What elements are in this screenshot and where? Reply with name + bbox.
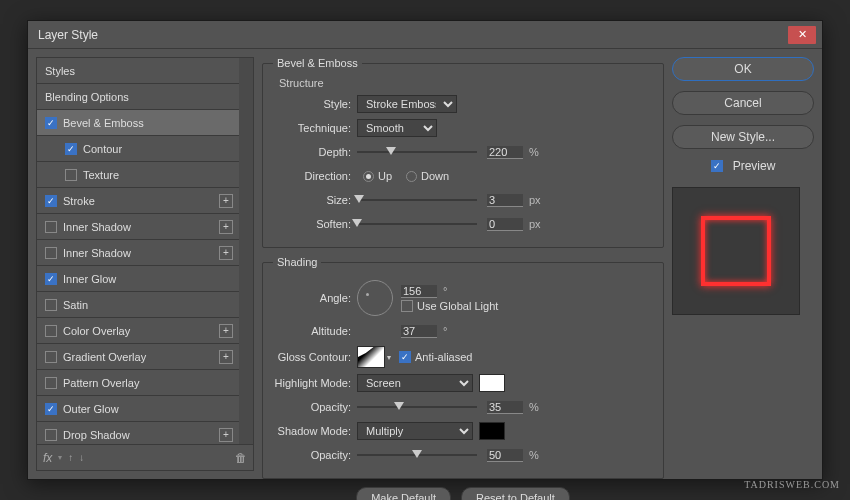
angle-label: Angle:	[273, 292, 357, 304]
style-row-contour[interactable]: ✓Contour	[37, 136, 239, 162]
size-input[interactable]	[487, 194, 523, 207]
add-effect-icon[interactable]: +	[219, 350, 233, 364]
highlight-color-swatch[interactable]	[479, 374, 505, 392]
style-row-pattern-overlay[interactable]: Pattern Overlay	[37, 370, 239, 396]
style-row-inner-glow[interactable]: ✓Inner Glow	[37, 266, 239, 292]
style-row-gradient-overlay[interactable]: Gradient Overlay+	[37, 344, 239, 370]
style-row-satin[interactable]: Satin	[37, 292, 239, 318]
style-checkbox[interactable]	[45, 429, 57, 441]
gloss-dropdown-icon[interactable]: ▾	[387, 353, 391, 362]
direction-down-radio[interactable]	[406, 171, 417, 182]
layer-style-dialog: Layer Style ✕ StylesBlending Options✓Bev…	[27, 20, 823, 480]
style-checkbox[interactable]: ✓	[45, 195, 57, 207]
style-checkbox[interactable]	[45, 377, 57, 389]
soften-input[interactable]	[487, 218, 523, 231]
style-label: Satin	[63, 299, 88, 311]
styles-scrollbar[interactable]	[239, 58, 253, 444]
style-select[interactable]: Stroke Emboss	[357, 95, 457, 113]
direction-label: Direction:	[273, 170, 357, 182]
style-row-inner-shadow[interactable]: Inner Shadow+	[37, 214, 239, 240]
style-row-color-overlay[interactable]: Color Overlay+	[37, 318, 239, 344]
style-row-inner-shadow[interactable]: Inner Shadow+	[37, 240, 239, 266]
depth-input[interactable]	[487, 146, 523, 159]
global-light-checkbox[interactable]	[401, 300, 413, 312]
style-checkbox[interactable]: ✓	[45, 403, 57, 415]
soften-unit: px	[529, 218, 547, 230]
style-label: Style:	[273, 98, 357, 110]
style-checkbox[interactable]	[45, 299, 57, 311]
structure-label: Structure	[279, 77, 653, 89]
new-style-button[interactable]: New Style...	[672, 125, 814, 149]
shadow-color-swatch[interactable]	[479, 422, 505, 440]
style-row-bevel-emboss[interactable]: ✓Bevel & Emboss	[37, 110, 239, 136]
s-opacity-input[interactable]	[487, 449, 523, 462]
close-button[interactable]: ✕	[788, 26, 816, 44]
h-opacity-input[interactable]	[487, 401, 523, 414]
style-label: Gradient Overlay	[63, 351, 146, 363]
styles-panel: StylesBlending Options✓Bevel & Emboss✓Co…	[36, 57, 254, 471]
style-label: Inner Shadow	[63, 221, 131, 233]
cancel-button[interactable]: Cancel	[672, 91, 814, 115]
soften-label: Soften:	[273, 218, 357, 230]
gloss-contour-picker[interactable]	[357, 346, 385, 368]
make-default-button[interactable]: Make Default	[356, 487, 451, 500]
style-checkbox[interactable]: ✓	[45, 273, 57, 285]
styles-header[interactable]: Styles	[37, 58, 239, 84]
depth-slider[interactable]	[357, 145, 477, 159]
style-checkbox[interactable]	[45, 325, 57, 337]
add-effect-icon[interactable]: +	[219, 324, 233, 338]
h-opacity-slider[interactable]	[357, 400, 477, 414]
bevel-legend: Bevel & Emboss	[273, 57, 362, 69]
style-checkbox[interactable]	[65, 169, 77, 181]
style-label: Inner Shadow	[63, 247, 131, 259]
highlight-mode-label: Highlight Mode:	[273, 377, 357, 389]
add-effect-icon[interactable]: +	[219, 220, 233, 234]
style-checkbox[interactable]	[45, 351, 57, 363]
settings-panel: Bevel & Emboss Structure Style: Stroke E…	[262, 57, 664, 471]
h-opacity-label: Opacity:	[273, 401, 357, 413]
style-row-drop-shadow[interactable]: Drop Shadow+	[37, 422, 239, 445]
style-checkbox[interactable]	[45, 221, 57, 233]
angle-input[interactable]	[401, 285, 437, 298]
size-label: Size:	[273, 194, 357, 206]
depth-label: Depth:	[273, 146, 357, 158]
direction-up-label: Up	[378, 170, 392, 182]
direction-up-radio[interactable]	[363, 171, 374, 182]
style-label: Texture	[83, 169, 119, 181]
style-checkbox[interactable]	[45, 247, 57, 259]
arrow-up-icon[interactable]: ↑	[68, 452, 73, 463]
style-checkbox[interactable]: ✓	[65, 143, 77, 155]
style-row-outer-glow[interactable]: ✓Outer Glow	[37, 396, 239, 422]
soften-slider[interactable]	[357, 217, 477, 231]
shadow-mode-select[interactable]: Multiply	[357, 422, 473, 440]
style-row-blending-options[interactable]: Blending Options	[37, 84, 239, 110]
depth-unit: %	[529, 146, 547, 158]
fx-icon[interactable]: fx	[43, 451, 52, 465]
style-label: Bevel & Emboss	[63, 117, 144, 129]
s-opacity-unit: %	[529, 449, 547, 461]
direction-down-label: Down	[421, 170, 449, 182]
technique-select[interactable]: Smooth	[357, 119, 437, 137]
angle-dial[interactable]	[357, 280, 393, 316]
style-checkbox[interactable]: ✓	[45, 117, 57, 129]
style-row-stroke[interactable]: ✓Stroke+	[37, 188, 239, 214]
add-effect-icon[interactable]: +	[219, 194, 233, 208]
preview-checkbox[interactable]: ✓	[711, 160, 723, 172]
altitude-input[interactable]	[401, 325, 437, 338]
antialiased-checkbox[interactable]: ✓	[399, 351, 411, 363]
reset-default-button[interactable]: Reset to Default	[461, 487, 570, 500]
add-effect-icon[interactable]: +	[219, 428, 233, 442]
ok-button[interactable]: OK	[672, 57, 814, 81]
highlight-mode-select[interactable]: Screen	[357, 374, 473, 392]
style-label: Drop Shadow	[63, 429, 130, 441]
s-opacity-slider[interactable]	[357, 448, 477, 462]
shadow-mode-label: Shadow Mode:	[273, 425, 357, 437]
h-opacity-unit: %	[529, 401, 547, 413]
size-slider[interactable]	[357, 193, 477, 207]
menu-down-icon[interactable]: ▾	[58, 453, 62, 462]
style-row-texture[interactable]: Texture	[37, 162, 239, 188]
arrow-down-icon[interactable]: ↓	[79, 452, 84, 463]
size-unit: px	[529, 194, 547, 206]
add-effect-icon[interactable]: +	[219, 246, 233, 260]
trash-icon[interactable]: 🗑	[235, 451, 247, 465]
